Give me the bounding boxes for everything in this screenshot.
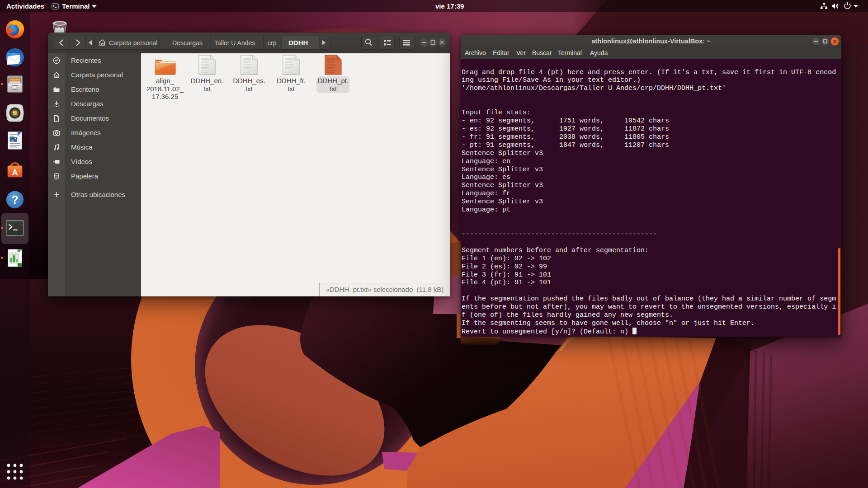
svg-text:A: A [12,168,18,177]
svg-text:?: ? [11,193,18,206]
